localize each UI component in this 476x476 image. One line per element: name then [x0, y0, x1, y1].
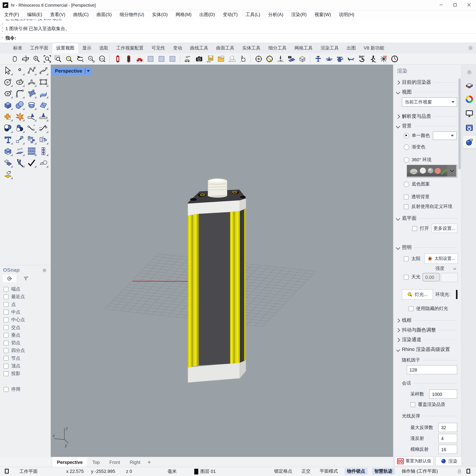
- minimize-button[interactable]: [434, 0, 448, 10]
- single-color-swatch[interactable]: [433, 132, 457, 140]
- osnap-checkbox[interactable]: [4, 294, 9, 299]
- menu-9[interactable]: 出图(D): [200, 12, 215, 17]
- menu-8[interactable]: 网格(M): [176, 12, 192, 17]
- osnap-checkbox[interactable]: [4, 356, 9, 361]
- bg-environment-option[interactable]: 360° 环境: [404, 157, 431, 163]
- osnap-disable-row[interactable]: 停用: [4, 386, 20, 393]
- menu-1[interactable]: 文件(F): [4, 12, 19, 17]
- osnap-gear-icon[interactable]: [42, 268, 47, 273]
- walk-mode-button[interactable]: [369, 55, 377, 63]
- glossy-input[interactable]: 16: [438, 445, 457, 454]
- osnap-row-四分点[interactable]: 四分点: [4, 347, 25, 354]
- flow-along-surface-tool[interactable]: [2, 157, 14, 169]
- rectangular-array-tool[interactable]: [25, 145, 37, 157]
- zoom-selected-button[interactable]: [54, 55, 62, 63]
- hidden-lights-checkbox[interactable]: [409, 306, 413, 311]
- transparent-bg-row[interactable]: 透明背景: [404, 194, 430, 200]
- ribbon-tab-14[interactable]: 渲染工具: [317, 43, 343, 53]
- sun-settings-button[interactable]: 太阳设置...: [424, 254, 458, 264]
- boolean-union-tool[interactable]: [2, 122, 14, 134]
- samples-input[interactable]: 1000: [429, 390, 457, 399]
- place-camera-button[interactable]: [276, 55, 284, 63]
- open-view-folder-button[interactable]: [217, 55, 225, 63]
- view-tab-top[interactable]: Top: [87, 457, 104, 467]
- osnap-row-点[interactable]: 点: [4, 301, 16, 308]
- sun-checkbox[interactable]: [404, 256, 409, 261]
- panel-tab-display-monitor[interactable]: [463, 107, 476, 120]
- fillet-curves-tool[interactable]: [14, 88, 25, 99]
- single-point-tool[interactable]: [14, 65, 25, 76]
- diffuse-input[interactable]: 4: [438, 434, 457, 443]
- skylight-slider-area[interactable]: [441, 273, 458, 282]
- ribbon-tab-15[interactable]: 出图: [343, 43, 360, 53]
- menu-5[interactable]: 曲面(S): [97, 12, 112, 17]
- panel-tab-help-panel[interactable]: [463, 121, 476, 134]
- menu-4[interactable]: 曲线(C): [73, 12, 89, 17]
- split-tool[interactable]: [37, 111, 49, 122]
- ribbon-tab-13[interactable]: 网格工具: [290, 43, 317, 53]
- environment-radio[interactable]: [404, 157, 409, 163]
- airplane-side-button[interactable]: [347, 55, 355, 63]
- airplane-top-button[interactable]: [314, 55, 322, 63]
- extrude-surface-tool[interactable]: [14, 145, 25, 157]
- ribbon-tab-5[interactable]: 选取: [95, 43, 112, 53]
- compass-orientation-button[interactable]: [265, 55, 273, 63]
- osnap-row-顶点[interactable]: 顶点: [4, 362, 20, 370]
- osnap-row-端点[interactable]: 端点: [4, 285, 20, 293]
- circle-tool[interactable]: [2, 76, 14, 88]
- restore-view-car-button[interactable]: [184, 55, 192, 63]
- panel-tab-render-properties-cake[interactable]: [463, 79, 476, 91]
- menu-12[interactable]: 分析(A): [268, 12, 283, 17]
- named-view-camera-button[interactable]: [195, 55, 203, 63]
- ribbon-tab-8[interactable]: 变动: [169, 43, 186, 53]
- bend-tool[interactable]: [14, 157, 25, 169]
- osnap-disable-checkbox[interactable]: [4, 387, 9, 392]
- cplane-button[interactable]: 工作平面: [19, 469, 38, 475]
- section-ground-plane[interactable]: 底平面: [396, 215, 457, 222]
- bg-base-pattern-option[interactable]: 底色图案: [404, 181, 430, 187]
- select-arrow-tool[interactable]: [2, 65, 14, 76]
- lock-icon[interactable]: [457, 468, 462, 475]
- ground-on-checkbox[interactable]: [412, 226, 417, 231]
- two-point-perspective-button[interactable]: 2: [238, 55, 247, 63]
- panel-gear-icon[interactable]: [463, 66, 476, 79]
- base-pattern-radio[interactable]: [404, 181, 409, 187]
- osnap-row-交点[interactable]: 交点: [4, 324, 20, 331]
- grid-cell-icon[interactable]: [4, 468, 10, 475]
- status-toggle-2[interactable]: 正交: [299, 468, 313, 475]
- render-button[interactable]: 渲染: [435, 456, 461, 466]
- view-target-dropdown[interactable]: 当前工作视窗: [402, 98, 457, 107]
- clock-timer-button[interactable]: [391, 55, 399, 63]
- loft-surface-tool[interactable]: [37, 88, 49, 99]
- menu-10[interactable]: 变动(T): [223, 12, 238, 17]
- ribbon-tab-7[interactable]: 可见性: [148, 43, 169, 53]
- viewport-title-dropdown[interactable]: Perspective: [52, 67, 92, 75]
- polygon-tool[interactable]: [2, 88, 14, 99]
- view-tab-perspective[interactable]: Perspective: [52, 457, 87, 467]
- target-point-button[interactable]: [255, 55, 263, 63]
- explode-tool[interactable]: [14, 111, 25, 122]
- panel-tab-libraries-sphere[interactable]: [463, 136, 476, 148]
- osnap-checkbox[interactable]: [4, 333, 9, 338]
- osnap-checkbox[interactable]: [4, 302, 9, 307]
- menu-3[interactable]: 查看(V): [50, 12, 65, 17]
- rotate-view-button[interactable]: [21, 55, 30, 63]
- osnap-row-中点[interactable]: 中点: [4, 308, 20, 316]
- reflection-env-checkbox[interactable]: [404, 204, 409, 209]
- menu-13[interactable]: 渲染(R): [291, 12, 307, 17]
- ribbon-tab-6[interactable]: 工作视窗配置: [112, 43, 148, 53]
- ribbon-tab-10[interactable]: 曲面工具: [212, 43, 238, 53]
- layer-button[interactable]: 图层 01: [200, 469, 216, 475]
- linear-array-tool[interactable]: [37, 145, 49, 157]
- ribbon-tab-12[interactable]: 细分工具: [264, 43, 290, 53]
- maximize-button[interactable]: [448, 0, 462, 10]
- status-toggle-6[interactable]: 操作轴 (工作平面): [399, 468, 440, 475]
- status-toggle-1[interactable]: 锁定格点: [272, 468, 295, 475]
- save-view-floppy-button[interactable]: [206, 55, 214, 63]
- smart-track-star-button[interactable]: [379, 55, 388, 63]
- panel-tab-color-wheel[interactable]: [463, 93, 476, 106]
- zoom-extents-button[interactable]: [65, 55, 73, 63]
- view-tab-front[interactable]: Front: [105, 457, 125, 467]
- history-record-icon[interactable]: [466, 468, 471, 475]
- hidden-lights-row[interactable]: 使用隐藏的灯光: [409, 306, 448, 311]
